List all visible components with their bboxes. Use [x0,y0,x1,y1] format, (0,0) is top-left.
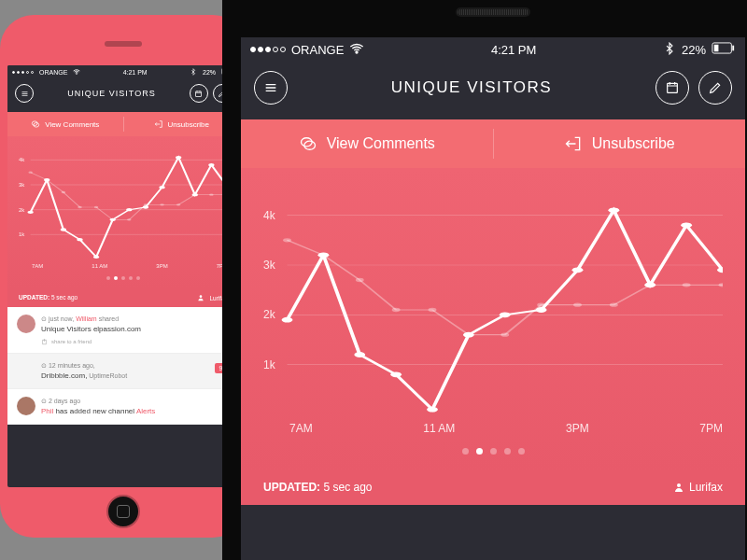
visitors-line-chart: 1k2k3k4k [19,147,228,259]
svg-point-33 [176,156,181,159]
svg-point-54 [429,308,437,312]
page-dot[interactable] [518,448,525,455]
unsubscribe-label: Unsubscribe [592,135,675,152]
y-tick-label: 1k [263,358,275,371]
user-icon [197,294,204,301]
header-bar: UNIQUE VISITORS [241,62,745,119]
svg-point-19 [160,203,163,205]
svg-point-64 [317,252,329,258]
wifi-icon [73,68,80,77]
page-dot[interactable] [121,276,125,280]
unsubscribe-button[interactable]: Unsubscribe [494,119,746,168]
svg-point-35 [208,163,214,166]
calendar-button[interactable] [190,84,208,103]
battery-pct-label: 22% [682,43,706,57]
menu-button[interactable] [254,71,288,105]
svg-point-32 [159,186,164,189]
y-tick-label: 3k [19,182,24,188]
page-title: UNIQUE VISITORS [67,89,155,98]
action-bar: View Comments Unsubscribe [241,119,745,168]
svg-point-69 [500,312,511,317]
page-dot[interactable] [476,448,483,455]
svg-point-39 [356,51,358,53]
bluetooth-icon [190,68,197,77]
feed-item[interactable]: ⊙ 2 days ago Phil has added new channel … [7,389,239,425]
svg-point-70 [536,307,547,313]
svg-point-37 [200,295,203,298]
svg-point-59 [610,303,618,307]
page-dot[interactable] [114,276,118,280]
user-badge[interactable]: Lurifax [673,481,723,494]
page-dot[interactable] [129,276,133,280]
page-dot[interactable] [106,276,110,280]
svg-point-22 [209,193,213,195]
screen-left: ORANGE 4:21 PM 22% UNIQUE VISITORS [7,65,239,487]
edit-button[interactable] [698,71,732,105]
svg-point-13 [62,191,65,193]
exit-icon [154,119,163,129]
page-dot[interactable] [504,448,511,455]
device-left: ORANGE 4:21 PM 22% UNIQUE VISITORS [0,15,247,538]
bluetooth-icon [663,42,676,58]
earpiece [456,7,530,17]
signal-dots-icon [12,71,34,74]
user-name: Lurifax [689,481,723,494]
svg-point-34 [192,193,198,196]
updated-label: UPDATED: [19,294,49,301]
svg-point-62 [719,283,723,287]
svg-point-14 [78,206,81,208]
calendar-button[interactable] [655,71,689,105]
status-bar: ORANGE 4:21 PM 22% [241,37,745,62]
svg-point-24 [28,211,34,214]
svg-point-11 [28,171,32,173]
svg-rect-4 [196,91,202,96]
svg-point-76 [677,483,681,487]
view-comments-button[interactable]: View Comments [7,117,124,132]
y-tick-label: 1k [19,231,24,237]
battery-pct-label: 22% [203,69,216,76]
svg-point-56 [500,333,509,337]
svg-point-67 [427,407,438,413]
x-tick-label: 11 AM [92,263,107,269]
comment-icon [299,134,317,153]
view-comments-button[interactable]: View Comments [241,129,494,159]
svg-rect-42 [714,45,719,51]
avatar [17,315,35,333]
page-dot[interactable] [136,276,140,280]
wifi-icon [349,41,364,59]
earpiece [105,41,142,47]
svg-point-75 [717,267,723,273]
clock-label: 4:21 PM [123,69,148,76]
pagination-dots[interactable] [19,269,228,284]
y-tick-label: 2k [263,308,275,321]
page-dot[interactable] [490,448,497,455]
y-tick-label: 2k [19,207,24,213]
carrier-label: ORANGE [291,43,344,57]
x-tick-label: 3PM [156,263,167,269]
feed-item[interactable]: ⊙ 12 minutes ago, Dribbble.com, UptimeRo… [7,354,239,389]
svg-point-63 [282,317,293,323]
svg-point-71 [572,267,584,273]
home-button[interactable] [106,495,140,528]
svg-point-53 [392,308,401,312]
action-bar: View Comments Unsubscribe [7,112,239,136]
chart-footer: UPDATED: 5 sec ago Lurifax [241,471,745,505]
y-tick-label: 3k [263,259,275,272]
feed-item[interactable]: ⊙ just now, William shared Unique Visito… [7,307,239,354]
pagination-dots[interactable] [263,435,723,462]
menu-button[interactable] [15,84,34,103]
y-tick-label: 4k [19,157,24,162]
svg-point-15 [94,206,98,208]
x-tick-label: 7AM [289,422,313,435]
svg-point-50 [283,238,291,242]
chart-panel: 1k2k3k4k 7AM11 AM3PM7PM [241,168,745,471]
status-bar: ORANGE 4:21 PM 22% [7,65,239,78]
page-dot[interactable] [462,448,469,455]
svg-point-58 [573,303,582,307]
svg-point-26 [61,228,66,231]
svg-point-0 [77,73,78,74]
svg-point-65 [354,352,365,357]
x-tick-label: 7PM [699,422,723,435]
share-icon [41,339,48,345]
svg-point-20 [176,203,180,205]
